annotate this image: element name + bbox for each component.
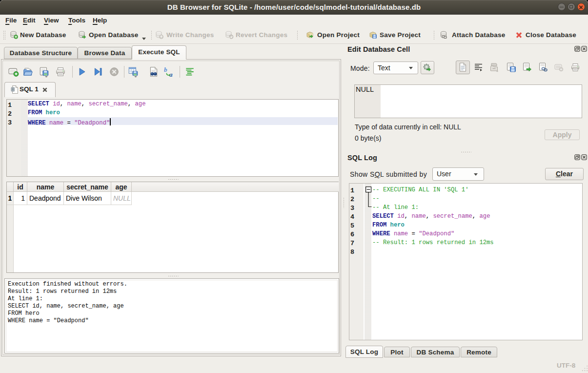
svg-text:a: a xyxy=(169,71,173,77)
svg-text:b: b xyxy=(164,66,167,73)
